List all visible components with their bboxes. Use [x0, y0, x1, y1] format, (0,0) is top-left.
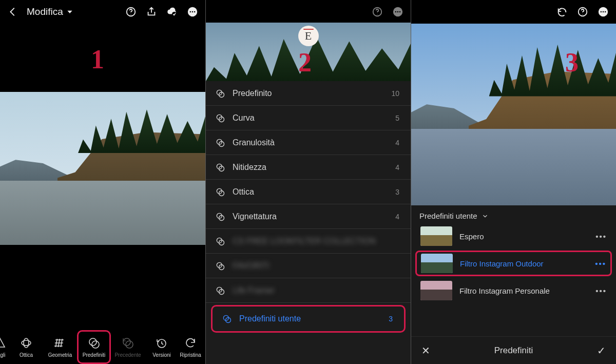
panel-1-edit: Modifica 1 [0, 0, 205, 364]
svg-point-9 [22, 340, 31, 346]
preset-group-row[interactable]: Life Framer [206, 278, 411, 303]
preset-thumbnail [420, 226, 452, 246]
svg-point-25 [219, 117, 224, 122]
svg-point-26 [217, 139, 222, 144]
step-number-1: 1 [91, 44, 104, 74]
tool-optics[interactable]: Ottica [9, 330, 43, 364]
panel-2-preset-groups: E 2 Predefinito 10 Curva 5 Granulosità 4 [205, 0, 411, 364]
tool-versions[interactable]: Versioni [145, 330, 179, 364]
preset-group-row[interactable]: Predefinito 10 [206, 81, 411, 106]
preset-icon [215, 162, 225, 173]
svg-point-22 [217, 90, 222, 95]
svg-point-6 [192, 11, 194, 13]
user-preset-item[interactable]: Filtro Instagram Personale ••• [416, 278, 611, 303]
preset-icon [222, 314, 232, 324]
help-icon[interactable] [371, 5, 384, 18]
preset-group-row[interactable]: CS FREE LOOKFILTER COLLECTION [206, 229, 411, 254]
topbar [411, 0, 616, 24]
svg-point-39 [219, 289, 224, 294]
user-preset-item[interactable]: Espero ••• [416, 223, 611, 249]
preset-icon [215, 138, 225, 148]
photo-preview[interactable] [411, 24, 616, 205]
help-icon[interactable] [576, 5, 589, 18]
back-icon[interactable] [6, 5, 20, 18]
svg-point-20 [397, 11, 399, 13]
svg-point-43 [582, 14, 583, 14]
edit-mode-dropdown[interactable]: Modifica [27, 6, 73, 17]
edit-mode-label: Modifica [27, 6, 63, 17]
chevron-down-icon [482, 213, 489, 220]
topbar: Modifica [0, 0, 205, 24]
svg-point-33 [219, 215, 224, 220]
svg-point-45 [601, 11, 602, 13]
help-icon[interactable] [124, 5, 138, 18]
brand-badge[interactable]: E [298, 26, 319, 46]
tool-geometry[interactable]: Geometria [43, 330, 77, 364]
confirm-button[interactable]: ✓ [590, 344, 606, 357]
svg-point-17 [377, 14, 377, 14]
svg-point-7 [194, 11, 196, 13]
photo-preview[interactable] [0, 92, 205, 245]
preset-group-user[interactable]: Predefiniti utente 3 [211, 305, 406, 333]
preset-groups-list: Predefinito 10 Curva 5 Granulosità 4 Nit… [206, 81, 411, 364]
svg-point-19 [395, 11, 397, 13]
close-button[interactable]: ✕ [421, 344, 437, 357]
preset-more-icon[interactable]: ••• [595, 259, 606, 268]
share-icon[interactable] [145, 5, 158, 18]
svg-point-41 [226, 318, 231, 323]
svg-point-36 [217, 262, 222, 267]
more-icon[interactable] [391, 5, 405, 18]
svg-point-40 [223, 315, 228, 320]
svg-point-47 [605, 11, 606, 13]
preset-icon [215, 187, 225, 197]
svg-marker-8 [0, 338, 5, 347]
preset-thumbnail [421, 254, 453, 273]
svg-point-24 [217, 114, 222, 120]
svg-point-10 [24, 338, 29, 348]
tool-previous[interactable]: Precedente [111, 330, 145, 364]
more-icon[interactable] [186, 5, 199, 18]
preset-icon [215, 113, 225, 123]
svg-point-38 [217, 287, 222, 292]
preset-group-row[interactable]: Nitidezza 4 [206, 155, 411, 180]
svg-point-21 [399, 11, 401, 13]
preset-icon [215, 261, 225, 271]
svg-point-31 [219, 190, 224, 196]
undo-icon[interactable] [555, 5, 569, 18]
cloud-sync-icon[interactable] [165, 5, 179, 18]
preset-more-icon[interactable]: ••• [595, 232, 607, 241]
preset-group-dropdown[interactable]: Predefiniti utente [411, 205, 616, 223]
tool-detail[interactable]: ttagli [0, 330, 9, 364]
preset-group-row[interactable]: Ottica 3 [206, 180, 411, 204]
preset-group-row[interactable]: FAVORITI [206, 254, 411, 278]
svg-point-32 [217, 213, 222, 218]
preset-group-row[interactable]: Curva 5 [206, 106, 411, 130]
user-presets-panel: Predefiniti utente Espero ••• Filtro Ins… [411, 205, 616, 364]
svg-marker-0 [67, 11, 72, 13]
tool-presets[interactable]: Predefiniti [77, 330, 111, 364]
svg-point-37 [219, 264, 224, 270]
preset-icon [215, 212, 225, 222]
svg-point-46 [603, 11, 604, 13]
presets-footer: ✕ Predefiniti ✓ [411, 336, 616, 364]
preset-group-row[interactable]: Granulosità 4 [206, 130, 411, 155]
svg-point-5 [190, 11, 191, 13]
preset-more-icon[interactable]: ••• [595, 286, 607, 295]
svg-point-2 [130, 14, 131, 14]
svg-point-23 [219, 92, 224, 97]
footer-title: Predefiniti [437, 346, 590, 356]
svg-point-28 [217, 164, 222, 169]
preset-icon [215, 236, 225, 246]
preset-group-row[interactable]: Vignettatura 4 [206, 204, 411, 229]
preset-icon [215, 88, 225, 99]
svg-point-27 [219, 141, 224, 146]
edit-toolbar: ttagli Ottica Geometria Predefiniti Prec… [0, 330, 205, 364]
svg-point-29 [219, 166, 224, 171]
more-icon[interactable] [596, 5, 610, 18]
preset-icon [215, 285, 225, 296]
svg-point-35 [219, 240, 224, 245]
tool-reset[interactable]: Ripristina [179, 330, 202, 364]
topbar [206, 0, 411, 24]
svg-point-34 [217, 238, 222, 243]
user-preset-item-selected[interactable]: Filtro Instagram Outdoor ••• [415, 251, 612, 276]
